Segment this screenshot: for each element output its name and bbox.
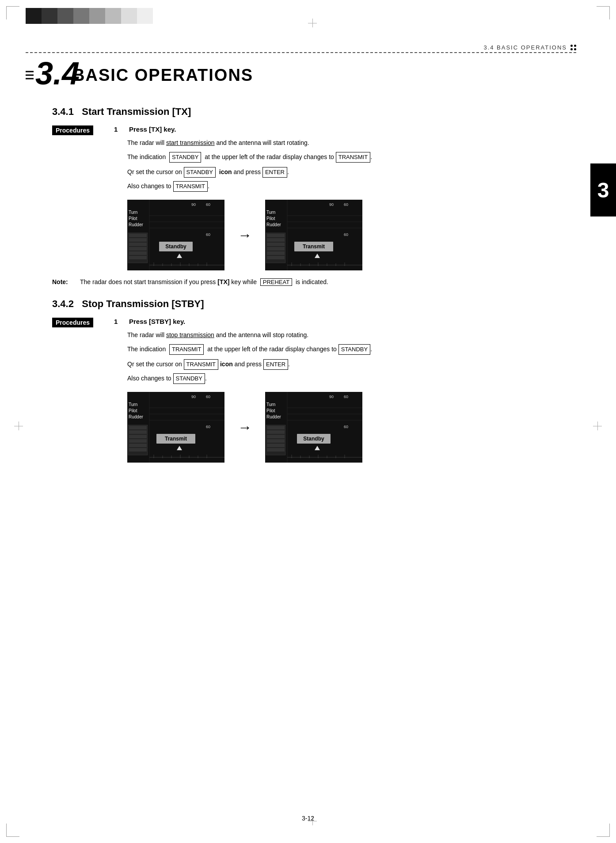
arrow-341: → <box>238 227 252 243</box>
body-341-1: The radar will start transmission and th… <box>127 138 564 148</box>
corner-bl <box>6 824 19 837</box>
svg-text:Rudder: Rudder <box>129 414 143 419</box>
standby-box2-341: STANDBY <box>184 167 216 178</box>
chapter-tab-number: 3 <box>597 178 609 202</box>
radar-display-standby-342: 90 60 60 90 Turn Pilot Rudder Standby <box>265 392 362 463</box>
svg-text:Transmit: Transmit <box>303 243 325 250</box>
color-bar <box>26 8 153 24</box>
body-342-4: Also changes to STANDBY. <box>127 373 564 384</box>
standby-box-342: STANDBY <box>338 344 370 355</box>
svg-rect-58 <box>267 251 285 255</box>
svg-rect-117 <box>267 439 285 443</box>
center-cross-top <box>308 19 317 27</box>
svg-text:60: 60 <box>206 425 210 429</box>
body-341-3: Qr set the cursor on STANDBY icon and pr… <box>127 167 564 178</box>
body-342-3: Qr set the cursor on TRANSMIT icon and p… <box>127 359 564 370</box>
svg-rect-119 <box>267 448 285 452</box>
svg-text:Rudder: Rudder <box>129 222 143 227</box>
section-342-heading: 3.4.2 Stop Transmission [STBY] <box>52 298 564 310</box>
color-sq-4 <box>73 8 89 24</box>
note-label-341: Note: <box>52 278 76 285</box>
svg-rect-85 <box>129 430 147 434</box>
svg-rect-87 <box>129 439 147 443</box>
svg-text:Standby: Standby <box>303 436 324 442</box>
proc-badge-col-341: Procedures <box>52 125 114 135</box>
svg-text:Turn: Turn <box>129 210 137 215</box>
color-sq-8 <box>137 8 153 24</box>
svg-text:Rudder: Rudder <box>266 414 281 419</box>
svg-text:60: 60 <box>344 232 348 237</box>
chapter-num-box: 3.4 <box>26 57 65 93</box>
center-cross-left <box>14 422 23 430</box>
chapter-number: 3.4 <box>35 56 80 91</box>
svg-text:Pilot: Pilot <box>266 216 275 221</box>
svg-text:60: 60 <box>344 425 348 429</box>
transmit-box-342: TRANSMIT <box>169 344 204 355</box>
enter-box-341: ENTER <box>262 167 287 178</box>
color-sq-5 <box>89 8 105 24</box>
svg-text:Transmit: Transmit <box>165 436 187 442</box>
dashed-divider <box>26 52 576 53</box>
svg-rect-118 <box>267 444 285 447</box>
radar-display-transmit-342: 90 60 60 90 Turn Pilot Rudder Transmit <box>127 392 224 463</box>
svg-text:60: 60 <box>206 232 210 237</box>
transmit-box2-342: TRANSMIT <box>184 359 218 370</box>
page-number: 3-12 <box>302 815 314 822</box>
underline-start-tx: start transmission <box>166 139 215 146</box>
procedures-badge-341: Procedures <box>52 125 93 135</box>
transmit-box-341: TRANSMIT <box>336 152 370 163</box>
svg-text:Pilot: Pilot <box>266 408 275 413</box>
radar-display-transmit: 90 60 60 90 Turn Pilot Rudder Transmit <box>265 200 362 270</box>
svg-text:Standby: Standby <box>165 243 186 250</box>
chapter-lines <box>26 71 34 80</box>
svg-text:60: 60 <box>206 395 210 399</box>
note-341: Note: The radar does not start transmiss… <box>52 278 564 286</box>
proc-content-342: 1 Press [STBY] key. <box>114 318 564 327</box>
body-341-2: The indication STANDBY at the upper left… <box>127 152 564 163</box>
color-sq-3 <box>57 8 73 24</box>
standby-box-341: STANDBY <box>169 152 201 163</box>
transmit-box2-341: TRANSMIT <box>173 181 208 192</box>
radar-display-standby: 90 60 60 90 Turn Pilot Rudder Standby <box>127 200 224 270</box>
color-sq-6 <box>105 8 121 24</box>
svg-text:60: 60 <box>344 395 348 399</box>
proc-badge-col-342: Procedures <box>52 318 114 327</box>
section-341-heading: 3.4.1 Start Transmission [TX] <box>52 106 564 118</box>
note-text-341: The radar does not start transmission if… <box>80 278 328 286</box>
svg-rect-88 <box>129 444 147 447</box>
svg-text:Rudder: Rudder <box>266 222 281 227</box>
corner-tr <box>597 6 610 19</box>
svg-rect-59 <box>267 256 285 259</box>
svg-rect-25 <box>129 238 147 242</box>
svg-rect-86 <box>129 435 147 438</box>
svg-rect-89 <box>129 448 147 452</box>
svg-rect-114 <box>267 426 285 429</box>
proc-content-341: 1 Press [TX] key. <box>114 125 564 135</box>
body-342-2: The indication TRANSMIT at the upper lef… <box>127 344 564 355</box>
svg-text:60: 60 <box>344 202 348 207</box>
color-sq-1 <box>26 8 42 24</box>
svg-rect-29 <box>129 256 147 259</box>
svg-text:90: 90 <box>191 395 196 399</box>
svg-text:Pilot: Pilot <box>129 408 137 413</box>
corner-tl <box>6 6 19 19</box>
svg-rect-24 <box>129 234 147 237</box>
svg-rect-116 <box>267 435 285 438</box>
main-content: 3.4.1 Start Transmission [TX] Procedures… <box>52 102 564 471</box>
proc-row-342: Procedures 1 Press [STBY] key. <box>52 318 564 327</box>
section-label: 3.4 BASIC OPERATIONS <box>483 44 567 51</box>
svg-text:60: 60 <box>206 202 210 207</box>
icon-label-342: icon <box>220 361 233 368</box>
step-text-342-1: Press [STBY] key. <box>129 318 185 325</box>
icon-label-341: icon <box>219 168 232 175</box>
svg-rect-115 <box>267 430 285 434</box>
enter-box-342: ENTER <box>263 359 288 370</box>
svg-rect-84 <box>129 426 147 429</box>
arrow-342: → <box>238 419 252 436</box>
note-tx-key: [TX] <box>217 278 229 285</box>
svg-rect-56 <box>267 243 285 246</box>
proc-row-341: Procedures 1 Press [TX] key. <box>52 125 564 135</box>
chapter-title: BASIC OPERATIONS <box>72 66 253 85</box>
standby-box2-342: STANDBY <box>173 373 205 384</box>
svg-rect-28 <box>129 251 147 255</box>
